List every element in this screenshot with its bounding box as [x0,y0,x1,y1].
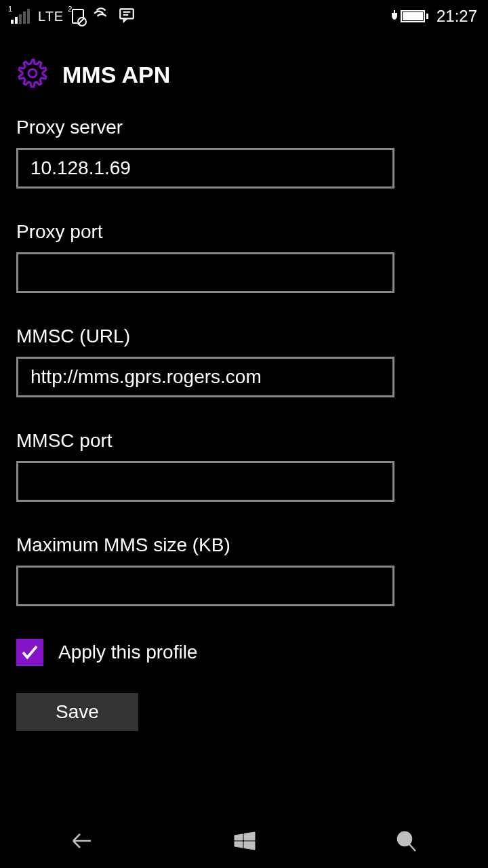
apply-profile-checkbox[interactable] [16,639,43,666]
proxy-port-label: Proxy port [16,221,472,243]
message-icon [118,6,136,27]
network-type: LTE [38,9,64,24]
wifi-icon [92,6,110,27]
sim2-nosim-icon: 2 [72,9,84,24]
search-button[interactable] [366,821,447,861]
gear-icon [16,57,49,92]
mmsc-url-input[interactable] [16,357,394,397]
back-button[interactable] [41,821,122,861]
windows-start-button[interactable] [203,821,285,861]
mmsc-url-label: MMSC (URL) [16,326,472,347]
svg-point-3 [28,69,37,77]
max-mms-size-input[interactable] [16,566,394,606]
save-button[interactable]: Save [16,693,138,731]
proxy-port-input[interactable] [16,252,394,293]
svg-point-4 [398,832,411,846]
mmsc-port-input[interactable] [16,461,394,502]
page-header: MMS APN [16,57,472,92]
proxy-server-label: Proxy server [16,117,472,138]
navigation-bar [0,814,488,868]
apply-profile-label: Apply this profile [58,642,197,663]
proxy-server-input[interactable] [16,148,394,189]
page-title: MMS APN [62,62,170,88]
status-bar: 1 LTE 2 [0,0,488,33]
max-mms-size-label: Maximum MMS size (KB) [16,534,472,556]
mmsc-port-label: MMSC port [16,430,472,452]
clock: 21:27 [436,7,477,26]
signal-icon: 1 [11,9,30,24]
svg-rect-0 [120,9,134,18]
battery-charging-icon [390,10,428,22]
